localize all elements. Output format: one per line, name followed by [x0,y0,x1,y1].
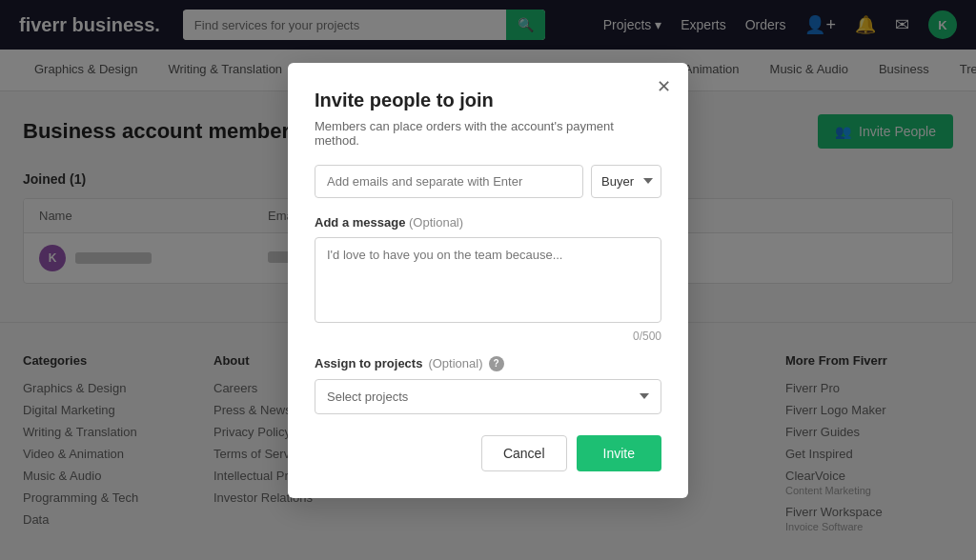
modal-actions: Cancel Invite [315,435,661,471]
assign-optional-label: (Optional) [428,356,482,370]
char-count: 0/500 [315,330,661,343]
invite-button[interactable]: Invite [577,435,661,471]
role-select[interactable]: Buyer [591,165,661,198]
project-select[interactable]: Select projects [315,379,661,414]
message-textarea-wrapper [315,237,661,326]
message-optional-label: (Optional) [409,215,463,230]
modal-title: Invite people to join [315,90,661,111]
invite-modal: ✕ Invite people to join Members can plac… [288,63,688,498]
email-input[interactable] [315,165,583,198]
assign-help-icon[interactable]: ? [489,356,504,371]
modal-subtitle: Members can place orders with the accoun… [315,119,661,148]
modal-close-button[interactable]: ✕ [657,78,671,95]
modal-overlay[interactable]: ✕ Invite people to join Members can plac… [0,0,976,560]
message-section-label: Add a message (Optional) [315,215,661,230]
message-textarea[interactable] [315,237,661,323]
assign-section-label: Assign to projects (Optional) ? [315,356,661,371]
email-role-row: Buyer [315,165,661,198]
cancel-button[interactable]: Cancel [481,435,567,471]
